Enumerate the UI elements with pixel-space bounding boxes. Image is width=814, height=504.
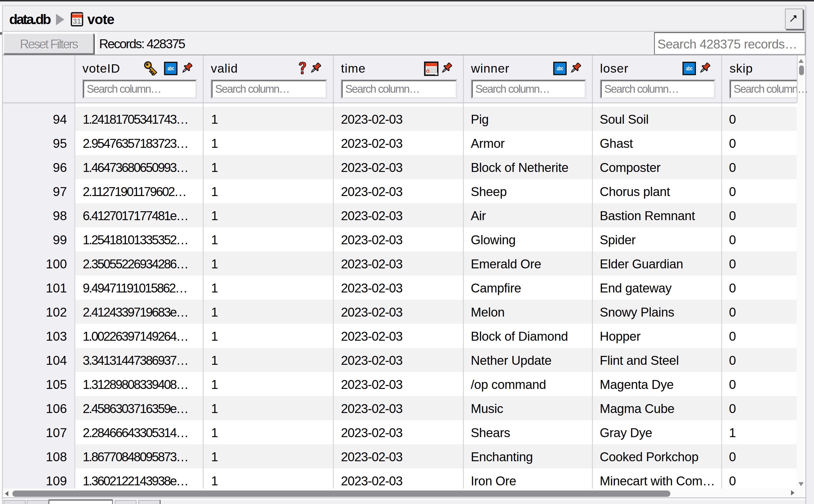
svg-text:31: 31	[73, 17, 81, 25]
svg-text:abc: abc	[167, 65, 174, 72]
svg-text:abc: abc	[557, 65, 563, 72]
svg-text:abc: abc	[686, 65, 693, 72]
